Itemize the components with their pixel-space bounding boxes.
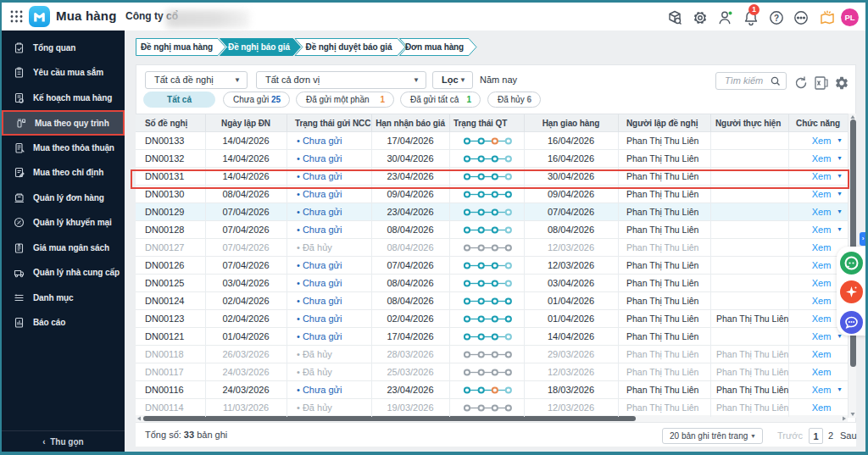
svg-text:?: ? <box>774 14 779 23</box>
